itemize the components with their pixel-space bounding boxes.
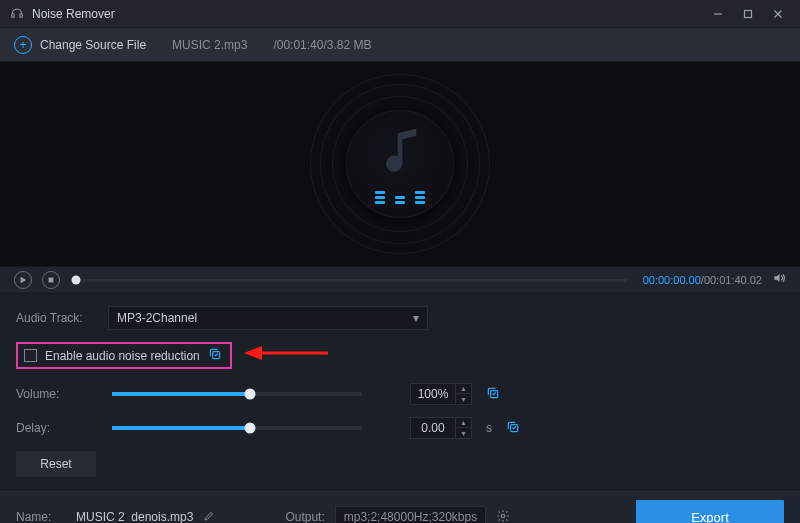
window-close-button[interactable] [764, 4, 792, 24]
svg-rect-3 [745, 10, 752, 17]
svg-rect-7 [49, 278, 54, 283]
export-button[interactable]: Export [636, 500, 784, 523]
title-bar: Noise Remover [0, 0, 800, 28]
volume-icon[interactable] [772, 271, 786, 289]
noise-reduction-highlight: Enable audio noise reduction [16, 342, 232, 369]
volume-step-down[interactable]: ▼ [456, 394, 471, 404]
export-label: Export [691, 510, 729, 524]
volume-slider-handle[interactable] [244, 389, 255, 400]
stop-button[interactable] [42, 271, 60, 289]
reset-label: Reset [40, 457, 71, 471]
change-source-button[interactable]: + Change Source File [14, 36, 146, 54]
source-header: + Change Source File MUSIC 2.mp3 /00:01:… [0, 28, 800, 62]
current-time: 00:00:00.00 [643, 274, 701, 286]
equalizer-icon [375, 190, 425, 204]
window-maximize-button[interactable] [734, 4, 762, 24]
disc-visual [310, 74, 490, 254]
play-button[interactable] [14, 271, 32, 289]
audio-track-select[interactable]: MP3-2Channel ▾ [108, 306, 428, 330]
audio-track-label: Audio Track: [16, 311, 94, 325]
progress-handle[interactable] [72, 276, 81, 285]
playback-progress[interactable] [76, 279, 627, 282]
volume-step-up[interactable]: ▲ [456, 384, 471, 394]
source-filename: MUSIC 2.mp3 [172, 38, 247, 52]
edit-name-icon[interactable] [203, 510, 215, 524]
output-name: MUSIC 2_denois.mp3 [76, 510, 193, 523]
settings-panel: Audio Track: MP3-2Channel ▾ Enable audio… [0, 294, 800, 489]
app-title: Noise Remover [32, 7, 115, 21]
delay-unit: s [486, 421, 492, 435]
plus-circle-icon: + [14, 36, 32, 54]
output-label: Output: [285, 510, 324, 523]
svg-rect-1 [20, 13, 22, 17]
svg-rect-0 [12, 13, 14, 17]
source-fileinfo: /00:01:40/3.82 MB [273, 38, 371, 52]
apply-all-icon[interactable] [208, 347, 222, 364]
delay-label: Delay: [16, 421, 94, 435]
svg-marker-11 [244, 346, 262, 360]
change-source-label: Change Source File [40, 38, 146, 52]
audio-preview-area [0, 62, 800, 266]
noise-reduction-label: Enable audio noise reduction [45, 349, 200, 363]
delay-input[interactable]: 0.00 ▲▼ [410, 417, 472, 439]
window-minimize-button[interactable] [704, 4, 732, 24]
annotation-arrow-icon [244, 344, 328, 362]
reset-button[interactable]: Reset [16, 451, 96, 477]
time-display: 00:00:00.00/00:01:40.02 [643, 274, 762, 286]
volume-label: Volume: [16, 387, 94, 401]
delay-step-up[interactable]: ▲ [456, 418, 471, 428]
output-format-display: mp3;2;48000Hz;320kbps [335, 506, 486, 523]
noise-reduction-checkbox[interactable] [24, 349, 37, 362]
name-label: Name: [16, 510, 66, 523]
output-settings-icon[interactable] [496, 509, 510, 524]
footer-panel: Name: MUSIC 2_denois.mp3 Output: mp3;2;4… [0, 489, 800, 523]
delay-slider[interactable] [112, 426, 362, 430]
output-format-value: mp3;2;48000Hz;320kbps [344, 510, 477, 523]
app-logo-icon [10, 5, 24, 23]
volume-value: 100% [411, 387, 455, 401]
delay-apply-all-icon[interactable] [506, 420, 520, 437]
volume-apply-all-icon[interactable] [486, 386, 500, 403]
delay-step-down[interactable]: ▼ [456, 428, 471, 438]
total-time: 00:01:40.02 [704, 274, 762, 286]
audio-track-value: MP3-2Channel [117, 311, 197, 325]
delay-slider-handle[interactable] [244, 423, 255, 434]
music-note-icon [372, 124, 428, 180]
chevron-down-icon: ▾ [413, 311, 419, 325]
playback-bar: 00:00:00.00/00:01:40.02 [0, 266, 800, 294]
delay-value: 0.00 [411, 421, 455, 435]
volume-input[interactable]: 100% ▲▼ [410, 383, 472, 405]
svg-point-14 [501, 514, 505, 518]
svg-marker-8 [774, 274, 779, 282]
svg-marker-6 [21, 277, 27, 283]
volume-slider[interactable] [112, 392, 362, 396]
